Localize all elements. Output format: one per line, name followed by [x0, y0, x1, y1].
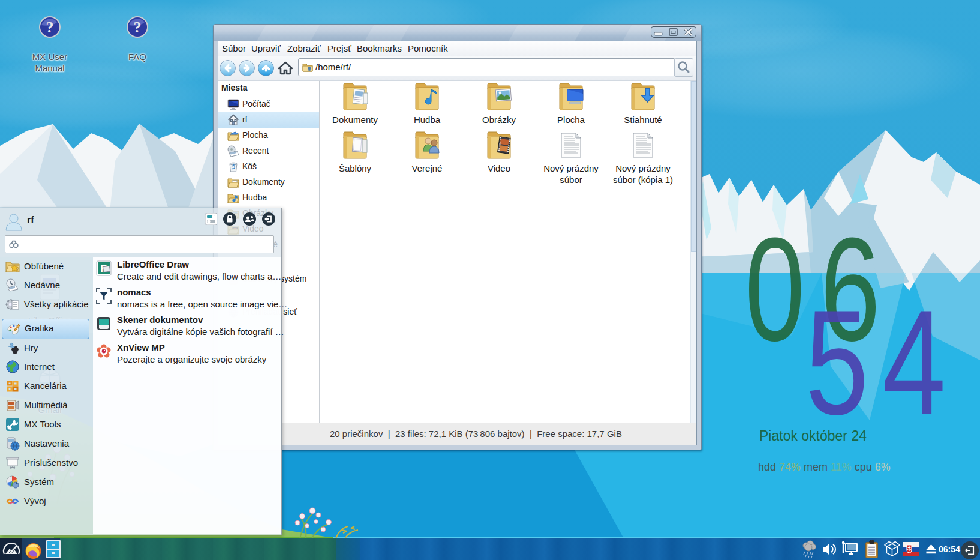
- svg-text:?: ?: [134, 19, 142, 36]
- svg-text:54: 54: [805, 279, 960, 445]
- svg-text:Piatok október 24: Piatok október 24: [759, 428, 867, 444]
- svg-text:hdd 74% mem 11% cpu 6%: hdd 74% mem 11% cpu 6%: [758, 461, 891, 473]
- svg-text:?: ?: [46, 19, 54, 36]
